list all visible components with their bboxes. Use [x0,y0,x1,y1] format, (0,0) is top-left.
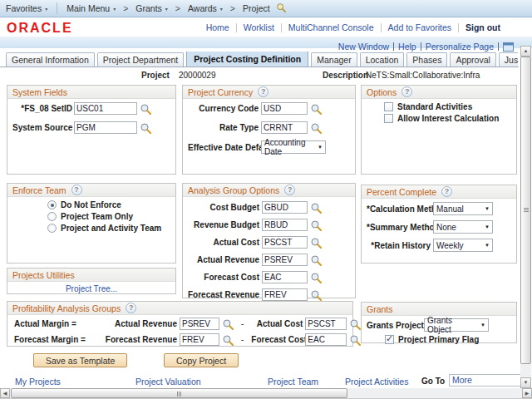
vertical-scroll-thumb[interactable] [520,57,531,364]
grants-project-select[interactable]: Grants Object ▼ [424,318,489,332]
lookup-icon[interactable] [310,122,322,134]
actual-cost-label: Actual Cost [188,238,259,247]
divider [236,23,237,32]
project-activities-link[interactable]: Project Activities [345,377,408,387]
cost-budget-input[interactable] [262,201,308,214]
summary-method-select[interactable]: None ▼ [433,220,493,234]
help-icon[interactable]: ? [258,86,268,97]
calculation-method-select[interactable]: Manual ▼ [433,202,493,215]
effective-date-default-select[interactable]: Accounting Date ▼ [261,140,326,154]
retain-history-select[interactable]: Weekly ▼ [433,239,493,252]
help-icon[interactable]: ? [284,185,295,195]
tab-general-information[interactable]: General Information [6,52,95,67]
add-to-favorites-link[interactable]: Add to Favorites [388,22,451,32]
main-menu[interactable]: Main Menu ▾ [61,3,121,13]
project-primary-flag-checkbox[interactable] [385,335,394,344]
project-valuation-link[interactable]: Project Valuation [135,377,201,387]
project-label: Project [141,71,170,80]
system-source-input[interactable] [74,121,137,134]
lookup-icon[interactable] [349,318,361,330]
revenue-budget-input[interactable] [262,219,308,231]
help-link[interactable]: Help [398,42,416,52]
breadcrumb-awards-label: Awards [188,3,217,13]
chevron-down-icon: ▾ [165,6,168,12]
worklist-link[interactable]: Worklist [244,22,274,32]
system-fields-section: System Fields *FS_08 SetID System Source [7,85,176,175]
options-section: Options ? Standard Activities Allow Inte… [361,85,517,175]
help-icon[interactable]: ? [126,303,136,313]
lookup-icon[interactable] [310,272,322,283]
lookup-icon[interactable] [310,103,322,115]
project-and-activity-team-radio[interactable] [47,224,57,233]
project-tree-link[interactable]: Project Tree... [66,284,117,293]
home-link[interactable]: Home [206,22,229,32]
tab-phases[interactable]: Phases [406,52,447,67]
lookup-icon[interactable] [310,202,322,214]
standard-activities-checkbox[interactable] [384,102,393,111]
forecast-revenue-input[interactable] [262,288,308,301]
lookup-icon[interactable] [222,318,234,330]
project-team-link[interactable]: Project Team [268,377,318,387]
rate-type-input[interactable] [261,121,308,134]
tab-location[interactable]: Location [360,52,405,67]
copy-project-button[interactable]: Copy Project [164,353,239,367]
actual-cost-input[interactable] [305,318,347,330]
help-icon[interactable]: ? [401,86,412,97]
my-projects-link[interactable]: My Projects [15,377,61,387]
favorites-menu[interactable]: Favorites ▾ [0,3,53,13]
tab-project-department[interactable]: Project Department [97,52,184,67]
vertical-scrollbar[interactable]: ▲ ▼ [520,46,531,388]
personalize-page-link[interactable]: Personalize Page [426,42,494,52]
save-as-template-button[interactable]: Save as Template [33,353,127,367]
forecast-revenue-label: Forecast Revenue [104,335,177,344]
breadcrumb-item-project[interactable]: Project [237,2,292,14]
actual-cost-input[interactable] [262,236,308,249]
lookup-icon[interactable] [140,122,151,134]
chevron-down-icon: ▼ [485,224,490,229]
breadcrumb-grants-label: Grants [135,3,162,13]
lookup-icon[interactable] [222,334,234,346]
lookup-icon[interactable] [349,334,361,346]
copy-url-icon[interactable] [503,42,514,52]
help-icon[interactable]: ? [71,185,82,195]
breadcrumb-item-awards[interactable]: Awards ▾ [182,3,229,13]
actual-revenue-input[interactable] [262,254,308,266]
forecast-cost-input[interactable] [262,271,308,283]
new-window-link[interactable]: New Window [338,42,389,52]
currency-code-label: Currency Code [188,104,259,113]
lookup-icon[interactable] [310,237,322,249]
lookup-icon[interactable] [310,289,322,301]
actual-revenue-input[interactable] [180,318,219,330]
scroll-down-button[interactable]: ▼ [520,377,531,388]
horizontal-scroll-thumb[interactable] [11,388,347,398]
multichannel-console-link[interactable]: MultiChannel Console [288,22,374,32]
right-arrow-icon: ▶ [523,389,531,398]
lookup-icon[interactable] [310,254,322,266]
breadcrumb-item-grants[interactable]: Grants ▾ [130,3,174,13]
scroll-up-button[interactable]: ▲ [520,46,531,57]
do-not-enforce-radio[interactable] [47,200,57,209]
currency-code-input[interactable] [261,102,308,115]
lookup-icon[interactable] [310,219,322,231]
allow-interest-calculation-label: Allow Interest Calculation [397,114,499,123]
forecast-cost-input[interactable] [305,333,347,346]
help-icon[interactable]: ? [441,186,452,197]
tab-justification[interactable]: Justification [499,52,518,67]
section-title: Analysis Group Options [188,185,279,195]
scroll-right-button[interactable]: ▶ [522,388,532,398]
goto-select[interactable]: More [449,374,522,387]
forecast-revenue-input[interactable] [180,333,219,346]
tab-manager[interactable]: Manager [311,52,357,67]
horizontal-scrollbar[interactable]: ◀ ▶ [0,388,532,398]
allow-interest-calculation-checkbox[interactable] [384,114,393,123]
project-value: 20000029 [179,71,216,80]
search-icon[interactable] [276,2,286,14]
tab-project-costing-definition[interactable]: Project Costing Definition [186,52,308,67]
tab-approval[interactable]: Approval [450,52,495,67]
setid-input[interactable] [74,102,137,115]
divider [281,23,282,32]
lookup-icon[interactable] [140,103,151,115]
scroll-left-button[interactable]: ◀ [0,388,10,398]
project-team-only-radio[interactable] [47,212,57,221]
sign-out-link[interactable]: Sign out [466,22,500,32]
